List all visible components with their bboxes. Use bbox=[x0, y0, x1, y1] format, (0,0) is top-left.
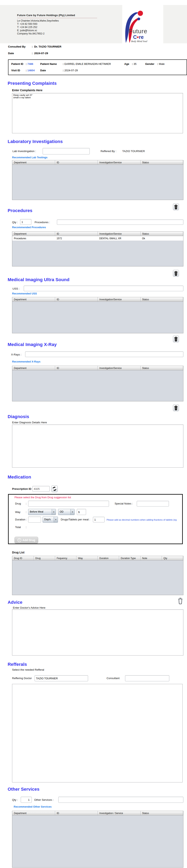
patient-gender-value: Male bbox=[159, 62, 164, 65]
refresh-prescription-id-button[interactable] bbox=[51, 485, 58, 492]
diagnosis-textarea[interactable] bbox=[12, 425, 183, 468]
procedures-qty-label: Qty : bbox=[12, 221, 18, 224]
decimal-note: Please add as decimal numbers when addin… bbox=[107, 519, 181, 521]
column-header: Department bbox=[12, 297, 55, 302]
recommended-lab-testings-link[interactable]: Recommended Lab Testings bbox=[12, 156, 47, 159]
column-header: ID bbox=[55, 297, 98, 302]
company-email: E: jude@future.sc bbox=[17, 29, 37, 32]
column-header: ID bbox=[55, 811, 98, 815]
procedures-label: Procedures : bbox=[35, 221, 50, 224]
complaints-label: Enter Complaints Here bbox=[12, 89, 42, 92]
consultant-input[interactable] bbox=[125, 675, 169, 681]
special-notes-label: Special Notes : bbox=[115, 502, 133, 505]
other-services-table: DepartmentIDInvestigation / ServiceStatu… bbox=[12, 811, 183, 868]
consulted-by-label: Consulted By bbox=[8, 45, 32, 48]
column-header: Drug bbox=[34, 556, 55, 560]
clear-lab-list-button[interactable] bbox=[173, 204, 179, 210]
consulted-by-value: Dr. TAZIO TOURNIER bbox=[34, 45, 61, 48]
patient-name-field: Patient Name:DARREL EMILE BERNADIN HETIM… bbox=[40, 62, 111, 65]
referring-doctor-input[interactable] bbox=[35, 675, 88, 681]
diagnosis-label: Enter Diagnosis Details Here bbox=[12, 421, 47, 424]
column-header: Investigation / Service bbox=[98, 811, 140, 815]
duration-unit-select[interactable]: Day/s ▼ bbox=[43, 517, 58, 523]
consultation-page: Future Care by Future Holdings (Pty) Lim… bbox=[0, 0, 187, 868]
frequency-qty-input[interactable] bbox=[77, 509, 86, 515]
referrals-subtitle: Select the needed Refferal bbox=[12, 668, 44, 671]
refresh-icon bbox=[52, 486, 57, 491]
logo-future-text: Future bbox=[129, 28, 147, 35]
other-qty-label: Qty : bbox=[12, 798, 18, 801]
recommended-other-services-link[interactable]: Recommended Other Services bbox=[14, 805, 52, 808]
column-header: Department bbox=[12, 811, 55, 815]
patient-age-value: 35 bbox=[134, 62, 136, 65]
column-header: Way bbox=[76, 556, 98, 560]
drug-list-table: Drug IDDrugFequencyWayDurationDuration T… bbox=[12, 556, 183, 595]
date-value: 2024-07-29 bbox=[34, 52, 48, 55]
duration-input[interactable] bbox=[28, 517, 41, 523]
company-number: Company No.8417652-2 bbox=[17, 32, 44, 35]
column-header: Status bbox=[140, 231, 183, 236]
section-title-referrals: Refferals bbox=[8, 662, 27, 667]
trash-icon bbox=[174, 204, 178, 210]
chevron-down-icon: ▼ bbox=[52, 509, 56, 515]
patient-id-field: Patient ID:7486 bbox=[11, 62, 33, 65]
section-title-ultrasound: Medical Imaging Ultra Sound bbox=[8, 277, 69, 282]
visit-id-value: 14604 bbox=[27, 69, 35, 72]
column-header: Status bbox=[140, 160, 183, 165]
column-header: Investigation/Service bbox=[98, 160, 140, 165]
company-address: Le Chainter,Victoria,Mahe,Seychelles bbox=[17, 19, 59, 22]
column-header: Department bbox=[12, 366, 55, 370]
prescription-id-input[interactable] bbox=[32, 486, 50, 492]
clear-uss-list-button[interactable] bbox=[173, 336, 179, 342]
visit-id-field: Visit ID:14604 bbox=[11, 69, 35, 72]
uss-input[interactable] bbox=[24, 286, 183, 291]
add-drug-button[interactable]: + Add Drug bbox=[14, 537, 38, 544]
referred-by-value: TAZIO TOURNIER bbox=[122, 150, 145, 153]
recommended-uss-link[interactable]: Recommended USS bbox=[12, 292, 37, 295]
duration-label: Duration : bbox=[15, 518, 27, 521]
section-title-procedures: Procedures bbox=[8, 208, 32, 213]
trash-icon bbox=[174, 271, 178, 276]
clear-procedures-list-button[interactable] bbox=[173, 270, 179, 277]
other-qty-input[interactable] bbox=[21, 797, 32, 803]
per-meal-input[interactable] bbox=[93, 517, 105, 522]
advice-textarea[interactable] bbox=[12, 610, 183, 655]
uss-table: DepartmentIDInvestigation/ServiceStatus bbox=[12, 297, 183, 333]
advice-label: Enter Doctor's Advice Here bbox=[13, 606, 45, 609]
xray-input[interactable] bbox=[25, 351, 183, 357]
meal-timing-select[interactable]: Before Meal ▼ bbox=[28, 509, 56, 515]
procedures-input[interactable] bbox=[57, 219, 183, 225]
recommended-xrays-link[interactable]: Recommended X-Rays bbox=[12, 360, 40, 363]
clear-xray-list-button[interactable] bbox=[173, 404, 179, 411]
other-services-input[interactable] bbox=[58, 797, 183, 803]
patient-id-value: 7486 bbox=[27, 62, 33, 65]
logo-tagline: Body Mind Soul bbox=[131, 40, 147, 43]
section-title-advice: Advice bbox=[8, 600, 22, 605]
plus-icon: + bbox=[17, 538, 21, 542]
special-notes-input[interactable] bbox=[137, 501, 169, 506]
column-header: Duration bbox=[98, 556, 119, 560]
consulted-by-row: Consulted By: Dr. TAZIO TOURNIER bbox=[8, 45, 61, 48]
referral-list-box[interactable] bbox=[12, 684, 183, 782]
column-header: Qty bbox=[162, 556, 183, 560]
column-header: ID bbox=[55, 231, 98, 236]
drug-label: Drug bbox=[15, 502, 21, 505]
section-title-medication: Medication bbox=[8, 474, 31, 480]
clear-drug-list-button[interactable] bbox=[178, 597, 183, 605]
complaints-textarea[interactable]: Deep cavity wrt 37 small x-ray taken bbox=[12, 93, 183, 133]
patient-gender-field: Gender:Male bbox=[145, 62, 165, 65]
lab-investigation-input[interactable] bbox=[43, 148, 90, 154]
table-row[interactable]: Procedures1572DENTAL-SMALL XROk bbox=[12, 236, 183, 241]
drug-input[interactable] bbox=[28, 501, 109, 507]
date-label: Date bbox=[8, 52, 32, 55]
recommended-procedures-link[interactable]: Recommended Procedures bbox=[12, 226, 46, 229]
column-header: Department bbox=[12, 160, 55, 165]
frequency-select[interactable]: OD ▼ bbox=[58, 509, 75, 515]
section-title-presenting-complaints: Presenting Complaints bbox=[8, 81, 57, 86]
chevron-down-icon: ▼ bbox=[70, 509, 74, 515]
xray-table: DepartmentIDInvestigation/ServiceStatus bbox=[12, 366, 183, 401]
other-services-label: Other Services : bbox=[34, 798, 54, 801]
section-title-other-services: Other Services bbox=[8, 787, 39, 792]
procedures-qty-input[interactable] bbox=[20, 219, 31, 225]
column-header: ID bbox=[55, 366, 98, 370]
